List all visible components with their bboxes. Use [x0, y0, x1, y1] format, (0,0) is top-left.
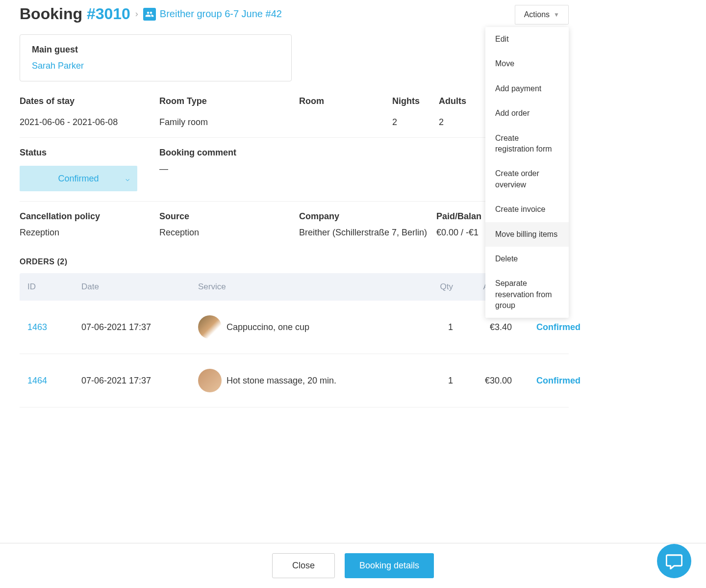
menu-create-registration[interactable]: Create registration form [485, 126, 569, 162]
table-row: 1464 07-06-2021 17:37 Hot stone massage,… [20, 354, 569, 408]
order-id-link[interactable]: 1463 [27, 322, 81, 332]
menu-separate[interactable]: Separate reservation from group [485, 271, 569, 318]
actions-label: Actions [524, 10, 550, 19]
order-date: 07-06-2021 17:37 [81, 322, 198, 332]
adults-label: Adults [439, 96, 485, 106]
adults-value: 2 [439, 117, 485, 128]
group-link-text: Breither group 6-7 June #42 [160, 8, 282, 20]
dates-label: Dates of stay [20, 96, 159, 106]
chevron-right-icon: › [135, 9, 138, 19]
menu-edit[interactable]: Edit [485, 27, 569, 51]
menu-create-invoice[interactable]: Create invoice [485, 197, 569, 222]
page-title: Booking #3010 [20, 5, 130, 23]
booking-number[interactable]: #3010 [87, 5, 130, 23]
order-service: Hot stone massage, 20 min. [198, 369, 409, 392]
group-link[interactable]: Breither group 6-7 June #42 [143, 8, 282, 21]
company-label: Company [299, 211, 436, 222]
status-select[interactable]: Confirmed ⌵ [20, 166, 137, 191]
nights-label: Nights [392, 96, 439, 106]
source-label: Source [159, 211, 299, 222]
status-label: Status [20, 148, 159, 158]
room-value [299, 117, 392, 128]
actions-button[interactable]: Actions ▼ [515, 5, 569, 25]
cancellation-label: Cancellation policy [20, 211, 159, 222]
menu-move[interactable]: Move [485, 51, 569, 76]
service-thumbnail [198, 315, 222, 339]
service-name: Cappuccino, one cup [227, 322, 309, 332]
chevron-down-icon: ⌵ [126, 175, 129, 182]
menu-create-overview[interactable]: Create order overview [485, 161, 569, 197]
col-qty: Qty [409, 282, 453, 292]
service-name: Hot stone massage, 20 min. [227, 376, 336, 386]
order-status: Confirmed [512, 322, 580, 332]
order-qty: 1 [409, 376, 453, 386]
cancellation-value: Rezeption [20, 228, 159, 238]
source-value: Reception [159, 228, 299, 238]
order-amount: €30.00 [453, 376, 512, 386]
menu-delete[interactable]: Delete [485, 247, 569, 271]
col-id: ID [27, 282, 81, 292]
order-status: Confirmed [512, 376, 580, 386]
col-date: Date [81, 282, 198, 292]
menu-add-payment[interactable]: Add payment [485, 77, 569, 101]
menu-add-order[interactable]: Add order [485, 101, 569, 126]
order-service: Cappuccino, one cup [198, 315, 409, 339]
main-guest-label: Main guest [32, 45, 279, 55]
guest-name-link[interactable]: Sarah Parker [32, 61, 279, 71]
status-value: Confirmed [58, 174, 99, 184]
order-date: 07-06-2021 17:37 [81, 376, 198, 386]
room-label: Room [299, 96, 392, 106]
order-qty: 1 [409, 322, 453, 332]
main-guest-card: Main guest Sarah Parker [20, 34, 292, 81]
order-id-link[interactable]: 1464 [27, 376, 81, 386]
service-thumbnail [198, 369, 222, 392]
nights-value: 2 [392, 117, 439, 128]
breadcrumb: Booking #3010 › Breither group 6-7 June … [20, 5, 282, 23]
menu-move-billing[interactable]: Move billing items [485, 222, 569, 247]
group-icon [143, 8, 156, 21]
chevron-down-icon: ▼ [554, 11, 559, 18]
roomtype-value: Family room [159, 117, 299, 128]
dates-value: 2021-06-06 - 2021-06-08 [20, 117, 159, 128]
actions-dropdown: Edit Move Add payment Add order Create r… [485, 27, 569, 318]
col-service: Service [198, 282, 409, 292]
company-value: Breither (Schillerstraße 7, Berlin) [299, 228, 436, 238]
order-amount: €3.40 [453, 322, 512, 332]
roomtype-label: Room Type [159, 96, 299, 106]
